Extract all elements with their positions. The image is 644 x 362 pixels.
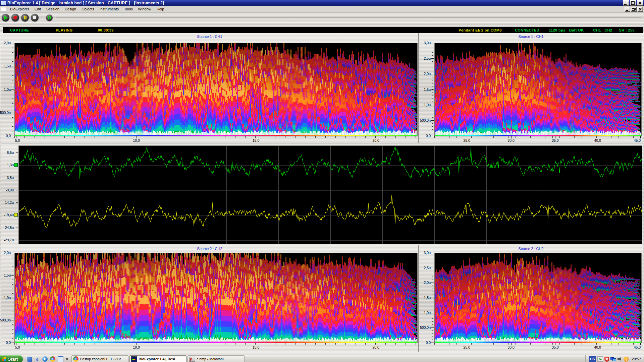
pause-button[interactable] bbox=[21, 14, 29, 21]
x-major-tick bbox=[555, 343, 555, 345]
mdi-close-button[interactable] bbox=[637, 7, 643, 12]
media-player-quick-launch[interactable] bbox=[42, 356, 48, 362]
y-major-tick bbox=[16, 190, 18, 190]
connect-icon bbox=[48, 16, 51, 19]
hardware-device-icon[interactable] bbox=[597, 356, 603, 362]
y-tick-label: -9,0u bbox=[6, 188, 14, 192]
y-major-tick bbox=[431, 298, 434, 298]
taskbar-clock[interactable]: 20:57 bbox=[632, 357, 641, 361]
y-tick-label: 500,0n bbox=[420, 118, 431, 122]
menu-window[interactable]: Window bbox=[136, 6, 154, 12]
toolbar bbox=[0, 13, 644, 22]
connect-button[interactable] bbox=[46, 14, 53, 21]
y-tick-label: 2,0u bbox=[424, 72, 431, 76]
y-tick-label: 6,5u bbox=[7, 150, 14, 155]
panel-title: Source 1 : CH1 bbox=[419, 33, 643, 40]
record-button[interactable] bbox=[11, 14, 19, 21]
app-icon bbox=[1, 1, 6, 5]
sample-rate: SR : 256 bbox=[619, 28, 635, 32]
chrome-quick-launch[interactable] bbox=[50, 356, 56, 362]
panel-title: Source 2 : CH2 bbox=[1, 245, 418, 252]
play-button[interactable] bbox=[2, 14, 9, 21]
y-major-tick bbox=[11, 66, 14, 66]
y-tick-label: 1,5u bbox=[424, 87, 431, 92]
x-major-tick bbox=[640, 343, 641, 345]
windows-update-icon[interactable] bbox=[624, 357, 629, 362]
menu-session[interactable]: Session bbox=[44, 6, 62, 12]
y-major-tick bbox=[11, 113, 14, 113]
mdi-child-icon[interactable] bbox=[1, 7, 6, 11]
y-major-tick bbox=[11, 43, 14, 43]
y-tick-label: 1,5u bbox=[4, 64, 11, 68]
session-status-bar: CAPTURE PLAYING 00:00:39 Pendant EEG on … bbox=[3, 27, 643, 33]
menu-tools[interactable]: Tools bbox=[121, 6, 136, 12]
quick-launch-overflow-chevron[interactable]: » bbox=[65, 357, 70, 361]
volume-icon[interactable] bbox=[617, 357, 622, 361]
x-major-tick bbox=[256, 343, 256, 345]
minimize-button[interactable] bbox=[623, 0, 629, 6]
y-tick-label: 500,0n bbox=[0, 318, 11, 322]
x-tick-label: 40,0 bbox=[594, 345, 601, 349]
menu-objects[interactable]: Objects bbox=[79, 6, 97, 12]
y-tick-label: 1,0u bbox=[424, 103, 431, 107]
bioexplorer-icon bbox=[131, 356, 137, 362]
x-major-tick bbox=[256, 136, 256, 138]
x-minor-ticks bbox=[14, 343, 417, 345]
menu-help[interactable]: Help bbox=[154, 6, 167, 12]
y-major-tick bbox=[431, 343, 434, 343]
menu-design[interactable]: Design bbox=[62, 6, 79, 12]
paint-icon bbox=[189, 357, 195, 362]
x-tick-label: 45,0 bbox=[634, 138, 641, 142]
y-major-tick bbox=[16, 153, 18, 153]
taskbar-task-chrome[interactable]: Postup zapojení EEG v Br... bbox=[71, 355, 128, 362]
x-major-tick bbox=[511, 343, 512, 345]
x-tick-label: 10,0 bbox=[133, 138, 140, 142]
show-desktop-quick-launch[interactable] bbox=[58, 356, 63, 362]
x-tick-label: 30,0 bbox=[507, 345, 514, 349]
x-tick-label: 15,0 bbox=[253, 138, 259, 142]
toolbar-separator bbox=[56, 17, 641, 18]
oscilloscope-canvas bbox=[18, 145, 642, 244]
y-major-tick bbox=[431, 89, 434, 90]
spectral-plot-canvas bbox=[14, 43, 418, 136]
spectral-plot-canvas bbox=[434, 43, 642, 136]
messenger-quick-launch[interactable] bbox=[27, 356, 33, 362]
x-major-tick bbox=[598, 136, 598, 138]
internet-explorer-quick-launch[interactable]: e bbox=[35, 356, 40, 362]
y-major-tick bbox=[11, 320, 14, 320]
mdi-restore-button[interactable] bbox=[631, 7, 637, 12]
language-indicator[interactable]: CS bbox=[589, 356, 596, 362]
y-major-tick bbox=[431, 283, 434, 283]
maximize-button[interactable] bbox=[630, 0, 636, 6]
y-tick-label: 2,5u bbox=[424, 266, 431, 270]
taskbar-task-paint[interactable]: c.bmp - Malování bbox=[187, 355, 245, 362]
stop-button[interactable] bbox=[31, 14, 39, 21]
y-major-tick bbox=[431, 58, 434, 59]
quick-launch-bar: e bbox=[24, 356, 65, 362]
y-major-tick bbox=[431, 120, 434, 121]
close-button[interactable] bbox=[637, 0, 643, 6]
network-connection-icon[interactable] bbox=[610, 357, 616, 361]
y-tick-label: -24,5u bbox=[4, 226, 14, 230]
y-axis: 2,0u1,5u1,0u500,0n0,0 bbox=[1, 33, 14, 143]
connection-status: CONNECTED bbox=[515, 28, 539, 32]
menu-instruments[interactable]: Instruments bbox=[97, 6, 121, 12]
start-button[interactable]: Start bbox=[0, 355, 23, 362]
taskbar-task-bioexplorer[interactable]: BioExplorer 1.4 [ Desi... bbox=[129, 355, 186, 362]
oscilloscope-panel: 6,5u1,3u-3,8u-9,0u-14,2u-19,4u-24,5u-29,… bbox=[1, 143, 643, 245]
trace-ch2-marker bbox=[14, 213, 18, 217]
mdi-minimize-button[interactable] bbox=[625, 7, 630, 12]
y-major-tick bbox=[11, 343, 14, 343]
y-tick-label: 1,0u bbox=[424, 311, 431, 315]
x-major-tick bbox=[137, 136, 137, 138]
x-tick-label: 45,0 bbox=[634, 345, 641, 349]
x-tick-label: 25,0 bbox=[463, 138, 470, 142]
security-alert-icon[interactable] bbox=[604, 357, 609, 362]
menu-edit[interactable]: Edit bbox=[32, 6, 44, 12]
y-tick-label: 2,0u bbox=[424, 281, 431, 285]
y-tick-label: 2,0u bbox=[4, 41, 11, 45]
menu-bioexplorer[interactable]: BioExplorer bbox=[7, 6, 32, 12]
x-major-tick bbox=[555, 136, 555, 138]
y-tick-label: 0,0 bbox=[6, 134, 11, 138]
x-major-tick bbox=[137, 343, 137, 345]
